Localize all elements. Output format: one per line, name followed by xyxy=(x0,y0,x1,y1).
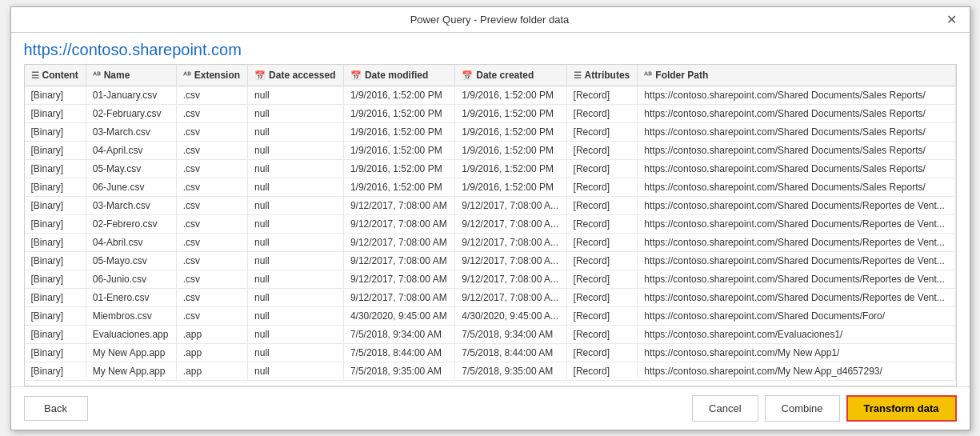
data-table-container: ☰ContentᴬᴮNameᴬᴮExtension📅Date accessed📅… xyxy=(24,64,957,386)
cell-date_modified: 4/30/2020, 9:45:00 AM xyxy=(343,306,454,325)
cell-folder_path: https://contoso.sharepoint.com/Shared Do… xyxy=(638,122,955,141)
cell-attributes: [Record] xyxy=(566,214,638,233)
cell-folder_path: https://contoso.sharepoint.com/Evaluacio… xyxy=(638,325,955,343)
cell-content: [Binary] xyxy=(25,251,86,270)
table-row[interactable]: [Binary]04-April.csv.csvnull1/9/2016, 1:… xyxy=(25,141,956,159)
cell-content: [Binary] xyxy=(25,214,86,233)
table-row[interactable]: [Binary]01-Enero.csv.csvnull9/12/2017, 7… xyxy=(25,288,956,306)
cell-date_accessed: null xyxy=(248,196,344,214)
col-header-name: ᴬᴮName xyxy=(86,65,176,86)
cell-content: [Binary] xyxy=(25,141,86,159)
cell-date_accessed: null xyxy=(248,159,344,178)
cell-date_created: 4/30/2020, 9:45:00 A... xyxy=(455,306,566,325)
cell-folder_path: https://contoso.sharepoint.com/Shared Do… xyxy=(638,233,955,251)
table-row[interactable]: [Binary]03-March.csv.csvnull9/12/2017, 7… xyxy=(25,196,956,214)
cell-name: 05-Mayo.csv xyxy=(86,251,176,270)
cell-date_modified: 9/12/2017, 7:08:00 AM xyxy=(343,196,454,214)
cell-extension: .app xyxy=(176,325,247,343)
cell-name: 03-March.csv xyxy=(86,196,176,214)
cell-date_accessed: null xyxy=(248,325,344,343)
data-table: ☰ContentᴬᴮNameᴬᴮExtension📅Date accessed📅… xyxy=(25,65,956,381)
cell-date_modified: 1/9/2016, 1:52:00 PM xyxy=(343,159,454,178)
cell-attributes: [Record] xyxy=(566,251,638,270)
dialog: Power Query - Preview folder data ✕ http… xyxy=(10,6,970,430)
cell-content: [Binary] xyxy=(25,288,86,306)
cell-content: [Binary] xyxy=(25,306,86,325)
folder_path-col-icon: ᴬᴮ xyxy=(644,70,652,80)
cell-date_modified: 9/12/2017, 7:08:00 AM xyxy=(343,233,454,251)
cell-extension: .csv xyxy=(176,104,247,122)
cell-date_created: 7/5/2018, 9:35:00 AM xyxy=(455,362,566,380)
cell-folder_path: https://contoso.sharepoint.com/Shared Do… xyxy=(638,104,955,122)
cell-date_accessed: null xyxy=(248,122,344,141)
table-row[interactable]: [Binary]04-Abril.csv.csvnull9/12/2017, 7… xyxy=(25,233,956,251)
cell-attributes: [Record] xyxy=(566,178,638,196)
cell-date_accessed: null xyxy=(248,362,344,380)
cell-name: 03-March.csv xyxy=(86,122,176,141)
cell-extension: .csv xyxy=(176,270,247,288)
transform-data-button[interactable]: Transform data xyxy=(846,395,957,422)
cell-date_created: 1/9/2016, 1:52:00 PM xyxy=(455,104,566,122)
cell-date_accessed: null xyxy=(248,86,344,104)
cell-attributes: [Record] xyxy=(566,288,638,306)
table-header-row: ☰ContentᴬᴮNameᴬᴮExtension📅Date accessed📅… xyxy=(25,65,956,86)
cell-attributes: [Record] xyxy=(566,270,638,288)
cell-folder_path: https://contoso.sharepoint.com/Shared Do… xyxy=(638,159,955,178)
title-bar: Power Query - Preview folder data ✕ xyxy=(11,7,970,33)
back-button[interactable]: Back xyxy=(24,396,88,421)
table-body: [Binary]01-January.csv.csvnull1/9/2016, … xyxy=(25,86,956,380)
table-row[interactable]: [Binary]05-May.csv.csvnull1/9/2016, 1:52… xyxy=(25,159,956,178)
cell-date_created: 9/12/2017, 7:08:00 A... xyxy=(455,196,566,214)
table-row[interactable]: [Binary]Evaluaciones.app.appnull7/5/2018… xyxy=(25,325,956,343)
name-col-icon: ᴬᴮ xyxy=(93,70,101,80)
col-header-date_created: 📅Date created xyxy=(455,65,566,86)
cell-name: My New App.app xyxy=(86,362,176,380)
cell-name: 05-May.csv xyxy=(86,159,176,178)
cell-extension: .csv xyxy=(176,86,247,104)
table-row[interactable]: [Binary]My New App.app.appnull7/5/2018, … xyxy=(25,343,956,362)
cell-date_created: 7/5/2018, 8:44:00 AM xyxy=(455,343,566,362)
cell-date_accessed: null xyxy=(248,251,344,270)
cell-folder_path: https://contoso.sharepoint.com/Shared Do… xyxy=(638,178,955,196)
cell-folder_path: https://contoso.sharepoint.com/Shared Do… xyxy=(638,86,955,104)
cell-attributes: [Record] xyxy=(566,306,638,325)
cell-folder_path: https://contoso.sharepoint.com/Shared Do… xyxy=(638,270,955,288)
cell-date_created: 9/12/2017, 7:08:00 A... xyxy=(455,270,566,288)
table-row[interactable]: [Binary]02-Febrero.csv.csvnull9/12/2017,… xyxy=(25,214,956,233)
cell-date_created: 9/12/2017, 7:08:00 A... xyxy=(455,288,566,306)
cell-date_modified: 7/5/2018, 9:35:00 AM xyxy=(343,362,454,380)
cell-content: [Binary] xyxy=(25,233,86,251)
cell-folder_path: https://contoso.sharepoint.com/Shared Do… xyxy=(638,141,955,159)
cell-date_modified: 1/9/2016, 1:52:00 PM xyxy=(343,104,454,122)
cell-date_modified: 7/5/2018, 8:44:00 AM xyxy=(343,343,454,362)
cell-name: 01-January.csv xyxy=(86,86,176,104)
cell-extension: .csv xyxy=(176,196,247,214)
table-row[interactable]: [Binary]01-January.csv.csvnull1/9/2016, … xyxy=(25,86,956,104)
table-row[interactable]: [Binary]My New App.app.appnull7/5/2018, … xyxy=(25,362,956,380)
cell-name: 01-Enero.csv xyxy=(86,288,176,306)
cell-content: [Binary] xyxy=(25,122,86,141)
table-row[interactable]: [Binary]05-Mayo.csv.csvnull9/12/2017, 7:… xyxy=(25,251,956,270)
cancel-button[interactable]: Cancel xyxy=(692,395,758,422)
close-button[interactable]: ✕ xyxy=(943,12,960,27)
cell-date_created: 1/9/2016, 1:52:00 PM xyxy=(455,141,566,159)
cell-date_created: 7/5/2018, 9:34:00 AM xyxy=(455,325,566,343)
table-row[interactable]: [Binary]02-February.csv.csvnull1/9/2016,… xyxy=(25,104,956,122)
combine-button[interactable]: Combine xyxy=(765,395,840,422)
table-row[interactable]: [Binary]06-Junio.csv.csvnull9/12/2017, 7… xyxy=(25,270,956,288)
cell-date_accessed: null xyxy=(248,141,344,159)
cell-date_modified: 9/12/2017, 7:08:00 AM xyxy=(343,288,454,306)
cell-folder_path: https://contoso.sharepoint.com/Shared Do… xyxy=(638,251,955,270)
cell-attributes: [Record] xyxy=(566,122,638,141)
url-display: https://contoso.sharepoint.com xyxy=(11,33,970,64)
cell-date_modified: 7/5/2018, 9:34:00 AM xyxy=(343,325,454,343)
table-row[interactable]: [Binary]Miembros.csv.csvnull4/30/2020, 9… xyxy=(25,306,956,325)
cell-content: [Binary] xyxy=(25,178,86,196)
cell-date_created: 1/9/2016, 1:52:00 PM xyxy=(455,178,566,196)
cell-date_accessed: null xyxy=(248,233,344,251)
cell-date_modified: 9/12/2017, 7:08:00 AM xyxy=(343,270,454,288)
table-row[interactable]: [Binary]03-March.csv.csvnull1/9/2016, 1:… xyxy=(25,122,956,141)
cell-extension: .csv xyxy=(176,288,247,306)
table-row[interactable]: [Binary]06-June.csv.csvnull1/9/2016, 1:5… xyxy=(25,178,956,196)
cell-date_accessed: null xyxy=(248,343,344,362)
